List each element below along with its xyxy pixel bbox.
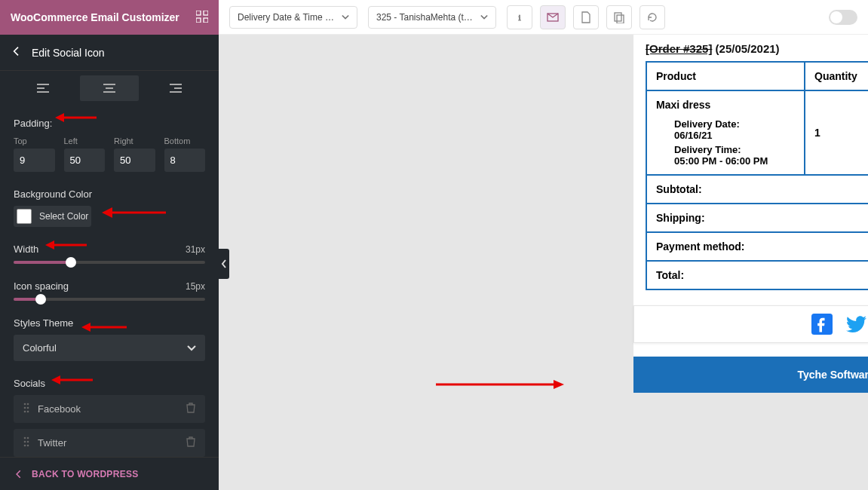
svg-point-22 — [27, 441, 29, 443]
theme-label: Styles Theme — [14, 317, 205, 329]
trash-icon[interactable] — [186, 436, 196, 449]
social-name: Facebook — [38, 403, 178, 415]
email-preview: [Order #325] (25/05/2021) Product Quanti… — [633, 35, 868, 393]
preview-toggle[interactable] — [829, 10, 857, 25]
padding-inputs: Top Left Right Bottom — [14, 136, 205, 172]
social-name: Twitter — [38, 437, 178, 449]
padding-right-label: Right — [114, 136, 155, 145]
app-title: WooCommerce Email Customizer — [11, 11, 179, 23]
svg-point-18 — [27, 411, 29, 413]
chevron-down-icon — [480, 14, 488, 21]
shipping-label: Shipping: — [646, 204, 868, 232]
delivery-date-label: Delivery Date: — [674, 118, 795, 130]
padding-top-label: Top — [14, 136, 55, 145]
svg-rect-0 — [196, 11, 201, 15]
alignment-control — [14, 75, 205, 101]
bg-color-picker[interactable]: Select Color — [14, 206, 91, 227]
cell-qty: 1 — [805, 90, 868, 175]
svg-rect-28 — [617, 15, 624, 23]
width-control: Width 31px — [14, 243, 205, 255]
svg-point-23 — [24, 445, 26, 447]
padding-left-label: Left — [64, 136, 106, 145]
width-slider[interactable] — [14, 261, 205, 264]
delivery-date-value: 06/16/21 — [674, 130, 795, 141]
svg-point-16 — [27, 407, 29, 409]
spacing-control: Icon spacing 15px — [14, 280, 205, 292]
order-select[interactable]: 325 - TanishaMehta (ta... — [368, 6, 496, 29]
svg-point-21 — [24, 441, 26, 443]
padding-bottom-input[interactable] — [164, 149, 206, 172]
svg-point-20 — [27, 437, 29, 439]
sidebar-body: Padding: Top Left Right Bottom Backgroun… — [0, 71, 219, 457]
back-link-text: BACK TO WORDPRESS — [32, 469, 139, 479]
socials-label: Socials — [14, 378, 205, 389]
spacing-slider[interactable] — [14, 298, 205, 301]
chevron-down-icon — [187, 344, 196, 353]
svg-point-24 — [27, 445, 29, 447]
copy-button[interactable] — [606, 5, 632, 29]
width-label: Width — [14, 243, 38, 255]
delivery-time-label: Delivery Time: — [674, 144, 795, 155]
padding-left-input[interactable] — [64, 149, 106, 172]
width-value: 31px — [186, 244, 205, 255]
panel-header: Edit Social Icon — [0, 35, 219, 71]
social-block[interactable] — [633, 305, 868, 343]
dd-value: 325 - TanishaMehta (ta... — [376, 12, 474, 23]
subtotal-label: Subtotal: — [646, 175, 868, 204]
bg-color-label: Background Color — [14, 188, 205, 200]
document-button[interactable] — [573, 5, 599, 29]
sidebar-header: WooCommerce Email Customizer — [0, 0, 219, 35]
svg-point-17 — [24, 411, 26, 413]
collapse-sidebar-button[interactable] — [219, 249, 229, 279]
svg-rect-2 — [196, 18, 201, 23]
mail-button[interactable] — [540, 5, 566, 29]
total-label: Total: — [646, 261, 868, 289]
dashboard-icon[interactable] — [196, 11, 208, 25]
social-item-twitter[interactable]: Twitter — [14, 429, 205, 457]
svg-text:i: i — [518, 13, 520, 22]
main-area: Delivery Date & Time Up... 325 - Tanisha… — [219, 0, 868, 490]
dd-value: Delivery Date & Time Up... — [238, 12, 336, 23]
svg-point-13 — [24, 403, 26, 406]
svg-rect-27 — [615, 13, 621, 21]
svg-rect-1 — [204, 11, 208, 15]
padding-label: Padding: — [14, 118, 205, 129]
back-to-wordpress-link[interactable]: BACK TO WORDPRESS — [0, 457, 219, 490]
order-heading: [Order #325] (25/05/2021) — [633, 35, 868, 61]
order-table: Product Quantity Price Maxi dress Delive… — [646, 61, 868, 176]
email-footer: Tyche Softwares — [633, 357, 868, 393]
align-left-button[interactable] — [14, 75, 72, 101]
padding-bottom-label: Bottom — [164, 136, 206, 145]
info-button[interactable]: i — [507, 5, 532, 29]
back-arrow-icon[interactable] — [11, 45, 23, 60]
theme-value: Colorful — [23, 342, 57, 354]
svg-point-15 — [24, 407, 26, 409]
socials-list: Facebook Twitter — [14, 395, 205, 457]
drag-icon[interactable] — [23, 403, 30, 415]
facebook-icon — [811, 314, 833, 335]
panel-title: Edit Social Icon — [32, 47, 105, 59]
refresh-button[interactable] — [639, 5, 665, 29]
item-name: Maxi dress — [656, 99, 795, 111]
trash-icon[interactable] — [186, 403, 196, 415]
social-item-facebook[interactable]: Facebook — [14, 395, 205, 423]
svg-rect-3 — [204, 18, 208, 23]
th-product: Product — [646, 62, 805, 90]
summary-table: Subtotal:$40.00 Shipping:Flat rate Payme… — [646, 174, 868, 290]
svg-point-19 — [24, 437, 26, 439]
padding-top-input[interactable] — [14, 149, 55, 172]
twitter-icon — [846, 314, 867, 335]
align-right-button[interactable] — [146, 75, 205, 101]
theme-select[interactable]: Colorful — [14, 335, 205, 361]
spacing-value: 15px — [186, 281, 205, 292]
color-picker-text: Select Color — [39, 211, 88, 222]
padding-right-input[interactable] — [114, 149, 155, 172]
cell-product: Maxi dress Delivery Date: 06/16/21 Deliv… — [646, 90, 805, 175]
drag-icon[interactable] — [23, 436, 30, 449]
sidebar: WooCommerce Email Customizer Edit Social… — [0, 0, 219, 490]
align-center-button[interactable] — [80, 75, 139, 101]
email-type-select[interactable]: Delivery Date & Time Up... — [229, 6, 357, 29]
payment-label: Payment method: — [646, 232, 868, 261]
chevron-down-icon — [342, 14, 349, 21]
back-arrow-icon — [14, 469, 24, 479]
